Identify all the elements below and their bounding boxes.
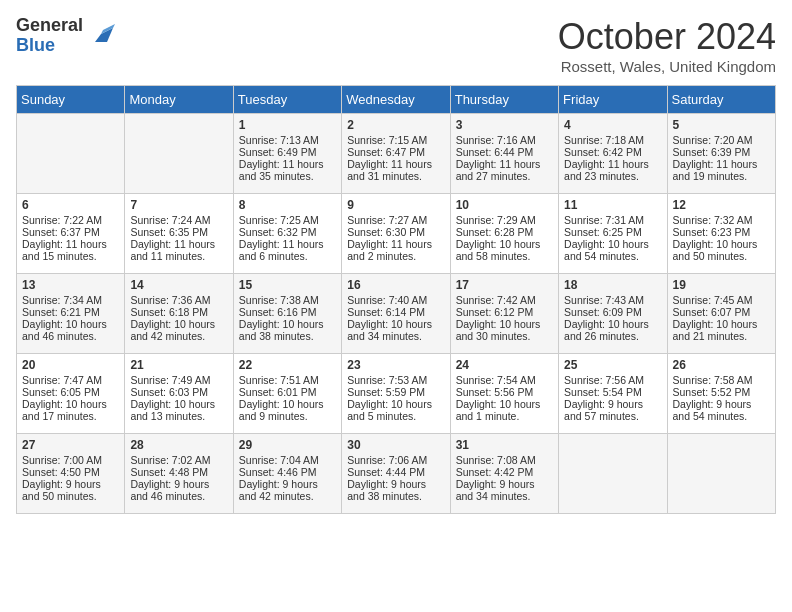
table-row: 25Sunrise: 7:56 AMSunset: 5:54 PMDayligh… xyxy=(559,354,667,434)
table-row: 30Sunrise: 7:06 AMSunset: 4:44 PMDayligh… xyxy=(342,434,450,514)
cell-content: Sunrise: 7:42 AM xyxy=(456,294,553,306)
day-number: 17 xyxy=(456,278,553,292)
cell-content: Sunset: 6:32 PM xyxy=(239,226,336,238)
cell-content: Sunset: 4:48 PM xyxy=(130,466,227,478)
col-wednesday: Wednesday xyxy=(342,86,450,114)
table-row: 6Sunrise: 7:22 AMSunset: 6:37 PMDaylight… xyxy=(17,194,125,274)
logo: General Blue xyxy=(16,16,115,56)
cell-content: Sunset: 6:39 PM xyxy=(673,146,770,158)
cell-content: Daylight: 11 hours and 23 minutes. xyxy=(564,158,661,182)
subtitle: Rossett, Wales, United Kingdom xyxy=(558,58,776,75)
table-row: 10Sunrise: 7:29 AMSunset: 6:28 PMDayligh… xyxy=(450,194,558,274)
table-row xyxy=(559,434,667,514)
cell-content: Sunrise: 7:54 AM xyxy=(456,374,553,386)
table-row: 12Sunrise: 7:32 AMSunset: 6:23 PMDayligh… xyxy=(667,194,775,274)
cell-content: Daylight: 11 hours and 27 minutes. xyxy=(456,158,553,182)
cell-content: Sunrise: 7:25 AM xyxy=(239,214,336,226)
table-row: 19Sunrise: 7:45 AMSunset: 6:07 PMDayligh… xyxy=(667,274,775,354)
cell-content: Sunset: 6:14 PM xyxy=(347,306,444,318)
cell-content: Sunset: 6:01 PM xyxy=(239,386,336,398)
table-row: 5Sunrise: 7:20 AMSunset: 6:39 PMDaylight… xyxy=(667,114,775,194)
calendar-header-row: Sunday Monday Tuesday Wednesday Thursday… xyxy=(17,86,776,114)
cell-content: Daylight: 9 hours and 54 minutes. xyxy=(673,398,770,422)
day-number: 4 xyxy=(564,118,661,132)
cell-content: Sunrise: 7:32 AM xyxy=(673,214,770,226)
day-number: 28 xyxy=(130,438,227,452)
cell-content: Daylight: 11 hours and 15 minutes. xyxy=(22,238,119,262)
cell-content: Sunset: 5:54 PM xyxy=(564,386,661,398)
cell-content: Sunset: 6:21 PM xyxy=(22,306,119,318)
cell-content: Daylight: 10 hours and 21 minutes. xyxy=(673,318,770,342)
cell-content: Sunrise: 7:02 AM xyxy=(130,454,227,466)
cell-content: Sunset: 5:52 PM xyxy=(673,386,770,398)
cell-content: Daylight: 10 hours and 13 minutes. xyxy=(130,398,227,422)
cell-content: Daylight: 10 hours and 5 minutes. xyxy=(347,398,444,422)
table-row: 8Sunrise: 7:25 AMSunset: 6:32 PMDaylight… xyxy=(233,194,341,274)
day-number: 11 xyxy=(564,198,661,212)
col-thursday: Thursday xyxy=(450,86,558,114)
table-row: 1Sunrise: 7:13 AMSunset: 6:49 PMDaylight… xyxy=(233,114,341,194)
cell-content: Sunset: 6:23 PM xyxy=(673,226,770,238)
cell-content: Sunrise: 7:40 AM xyxy=(347,294,444,306)
day-number: 13 xyxy=(22,278,119,292)
cell-content: Daylight: 9 hours and 42 minutes. xyxy=(239,478,336,502)
cell-content: Sunset: 4:42 PM xyxy=(456,466,553,478)
day-number: 23 xyxy=(347,358,444,372)
cell-content: Daylight: 9 hours and 57 minutes. xyxy=(564,398,661,422)
cell-content: Sunrise: 7:06 AM xyxy=(347,454,444,466)
table-row: 20Sunrise: 7:47 AMSunset: 6:05 PMDayligh… xyxy=(17,354,125,434)
cell-content: Sunset: 5:59 PM xyxy=(347,386,444,398)
day-number: 5 xyxy=(673,118,770,132)
cell-content: Daylight: 10 hours and 9 minutes. xyxy=(239,398,336,422)
cell-content: Sunrise: 7:27 AM xyxy=(347,214,444,226)
col-friday: Friday xyxy=(559,86,667,114)
cell-content: Sunrise: 7:24 AM xyxy=(130,214,227,226)
day-number: 22 xyxy=(239,358,336,372)
cell-content: Sunrise: 7:56 AM xyxy=(564,374,661,386)
day-number: 15 xyxy=(239,278,336,292)
cell-content: Daylight: 9 hours and 38 minutes. xyxy=(347,478,444,502)
table-row: 13Sunrise: 7:34 AMSunset: 6:21 PMDayligh… xyxy=(17,274,125,354)
cell-content: Daylight: 10 hours and 1 minute. xyxy=(456,398,553,422)
cell-content: Daylight: 11 hours and 2 minutes. xyxy=(347,238,444,262)
cell-content: Sunrise: 7:45 AM xyxy=(673,294,770,306)
cell-content: Daylight: 10 hours and 38 minutes. xyxy=(239,318,336,342)
cell-content: Sunset: 6:44 PM xyxy=(456,146,553,158)
cell-content: Daylight: 9 hours and 34 minutes. xyxy=(456,478,553,502)
table-row xyxy=(667,434,775,514)
table-row: 9Sunrise: 7:27 AMSunset: 6:30 PMDaylight… xyxy=(342,194,450,274)
day-number: 26 xyxy=(673,358,770,372)
cell-content: Daylight: 11 hours and 6 minutes. xyxy=(239,238,336,262)
cell-content: Sunrise: 7:00 AM xyxy=(22,454,119,466)
day-number: 7 xyxy=(130,198,227,212)
calendar-week-row: 6Sunrise: 7:22 AMSunset: 6:37 PMDaylight… xyxy=(17,194,776,274)
cell-content: Daylight: 10 hours and 34 minutes. xyxy=(347,318,444,342)
col-monday: Monday xyxy=(125,86,233,114)
cell-content: Sunset: 4:46 PM xyxy=(239,466,336,478)
header: General Blue October 2024 Rossett, Wales… xyxy=(16,16,776,75)
cell-content: Sunset: 4:50 PM xyxy=(22,466,119,478)
month-title: October 2024 xyxy=(558,16,776,58)
cell-content: Daylight: 10 hours and 50 minutes. xyxy=(673,238,770,262)
table-row: 22Sunrise: 7:51 AMSunset: 6:01 PMDayligh… xyxy=(233,354,341,434)
cell-content: Sunrise: 7:58 AM xyxy=(673,374,770,386)
day-number: 8 xyxy=(239,198,336,212)
cell-content: Sunset: 6:18 PM xyxy=(130,306,227,318)
cell-content: Sunset: 6:12 PM xyxy=(456,306,553,318)
title-section: October 2024 Rossett, Wales, United King… xyxy=(558,16,776,75)
cell-content: Daylight: 10 hours and 46 minutes. xyxy=(22,318,119,342)
table-row: 23Sunrise: 7:53 AMSunset: 5:59 PMDayligh… xyxy=(342,354,450,434)
day-number: 24 xyxy=(456,358,553,372)
cell-content: Sunset: 6:30 PM xyxy=(347,226,444,238)
day-number: 27 xyxy=(22,438,119,452)
cell-content: Daylight: 9 hours and 46 minutes. xyxy=(130,478,227,502)
logo-text: General Blue xyxy=(16,16,83,56)
col-sunday: Sunday xyxy=(17,86,125,114)
day-number: 30 xyxy=(347,438,444,452)
cell-content: Daylight: 11 hours and 35 minutes. xyxy=(239,158,336,182)
logo-icon xyxy=(87,20,115,48)
cell-content: Sunset: 6:28 PM xyxy=(456,226,553,238)
calendar-week-row: 13Sunrise: 7:34 AMSunset: 6:21 PMDayligh… xyxy=(17,274,776,354)
page: General Blue October 2024 Rossett, Wales… xyxy=(0,0,792,530)
cell-content: Sunset: 5:56 PM xyxy=(456,386,553,398)
